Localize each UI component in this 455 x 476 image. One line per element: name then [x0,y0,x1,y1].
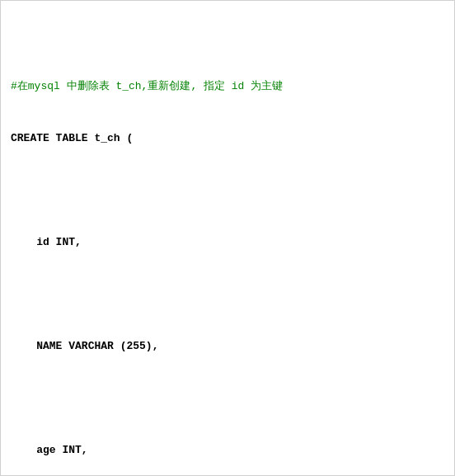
code-line-name-varchar: NAME VARCHAR (255), [11,337,444,355]
code-block: #在mysql 中删除表 t_ch,重新创建, 指定 id 为主键 CREATE… [11,9,444,476]
code-line-create-table: CREATE TABLE t_ch ( [11,130,444,147]
code-line-blank-2 [11,285,444,303]
comment-line-1: #在mysql 中删除表 t_ch,重新创建, 指定 id 为主键 [11,78,444,95]
code-container: #在mysql 中删除表 t_ch,重新创建, 指定 id 为主键 CREATE… [0,0,455,476]
code-line-blank-1 [11,181,444,199]
code-line-age-int: age INT, [11,441,444,459]
code-line-id-int: id INT, [11,233,444,251]
code-line-blank-3 [11,389,444,407]
